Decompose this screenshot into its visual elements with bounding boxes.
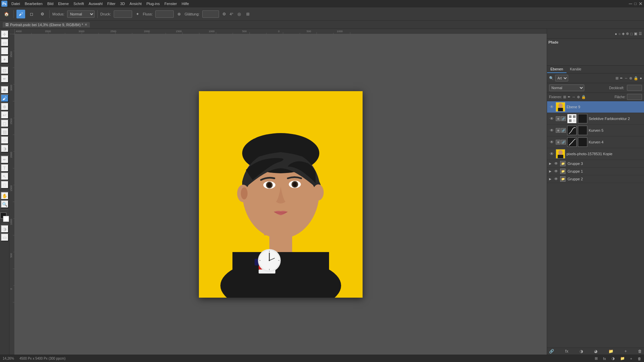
eyedropper-tool[interactable]: ✒ xyxy=(1,75,9,83)
blend-mode-select[interactable]: Normal xyxy=(549,84,584,91)
airbrush-icon[interactable]: ✦ xyxy=(134,11,141,17)
color-swatches[interactable] xyxy=(0,213,9,222)
status-icon-2[interactable]: fx xyxy=(603,357,606,361)
druck-input[interactable]: 21% xyxy=(114,10,132,18)
home-btn[interactable]: 🏠 xyxy=(2,10,11,18)
layer-item[interactable]: 👁 ⊞ 🔗 Selektive Farbkor xyxy=(547,113,644,125)
background-color[interactable] xyxy=(3,216,9,222)
fix-icon-2[interactable]: ✒ xyxy=(568,95,571,99)
pen-tool[interactable]: ✒ xyxy=(1,156,9,164)
fluss-icon[interactable]: ⊕ xyxy=(176,11,182,17)
layer-eye[interactable]: 👁 xyxy=(549,151,554,157)
gradient-tool[interactable]: ▤ xyxy=(1,128,9,136)
crop-tool[interactable]: ⊡ xyxy=(1,66,9,74)
menu-hilfe[interactable]: Hilfe xyxy=(179,1,191,6)
menu-datei[interactable]: Datei xyxy=(9,1,22,6)
tab-kanaele[interactable]: Kanäle xyxy=(567,66,585,73)
layer-eye[interactable]: 👁 xyxy=(549,116,554,121)
filter-icon-5[interactable]: 🔒 xyxy=(634,76,638,80)
status-icon-5[interactable]: + xyxy=(630,357,632,361)
menu-bild[interactable]: Bild xyxy=(45,1,55,6)
layer-eye[interactable]: 👁 xyxy=(553,161,559,166)
settings-icon[interactable]: ⚙ xyxy=(38,10,47,18)
filter-icon-2[interactable]: ✒ xyxy=(620,76,623,80)
filter-icon-1[interactable]: ⊞ xyxy=(615,76,619,80)
modus-select[interactable]: Normal Auflösen Abdunkeln xyxy=(67,10,95,18)
clone-tool[interactable]: ⊕ xyxy=(1,103,9,111)
gear-icon[interactable]: ⚙ xyxy=(221,11,228,17)
window-minimize[interactable]: ─ xyxy=(629,1,632,6)
menu-3d[interactable]: 3D xyxy=(118,1,127,6)
canvas-container[interactable] xyxy=(15,34,547,355)
layer-item[interactable]: 👁 ⊞ 🔗 Kurven 4 xyxy=(547,136,644,148)
brush-tool-box[interactable]: 🖌 xyxy=(1,94,9,102)
screenmode-tool[interactable]: ▭ xyxy=(1,233,9,241)
panel-icon-4[interactable]: ⊕ xyxy=(626,32,629,36)
layer-eye[interactable]: 👁 xyxy=(549,139,554,145)
hand-tool[interactable]: ✋ xyxy=(1,192,9,200)
panel-icon-5[interactable]: □ xyxy=(630,32,633,36)
file-tab[interactable]: 🖼 Portrait.psdc bei 14,3% (Ebene 9, RGB/… xyxy=(3,22,90,27)
layer-eye[interactable]: 👁 xyxy=(549,104,554,110)
menu-fenster[interactable]: Fenster xyxy=(162,1,179,6)
symmetry-icon[interactable]: ⊞ xyxy=(245,11,251,17)
tab-ebenen[interactable]: Ebenen xyxy=(547,66,567,73)
shape-tool[interactable]: □ xyxy=(1,181,9,189)
window-maximize[interactable]: □ xyxy=(634,1,637,6)
layer-group-item[interactable]: ▶ 👁 📁 Gruppe 3 xyxy=(547,160,644,168)
delete-layer-icon[interactable]: 🗑 xyxy=(638,349,642,354)
blur-tool[interactable]: ○ xyxy=(1,136,9,144)
add-fx-icon[interactable]: fx xyxy=(565,349,568,354)
pressure-icon[interactable]: ◎ xyxy=(236,11,243,17)
panel-icon-7[interactable]: ☰ xyxy=(639,32,642,36)
fix-icon-3[interactable]: ↔ xyxy=(572,95,576,99)
path-select-tool[interactable]: ↖ xyxy=(1,172,9,180)
file-tab-close[interactable]: ✕ xyxy=(85,23,87,26)
panel-icon-1[interactable]: ● xyxy=(615,32,617,36)
glaettung-input[interactable]: 0% xyxy=(202,10,219,18)
lasso-tool[interactable]: ⌒ xyxy=(1,47,9,55)
status-icon-4[interactable]: 📁 xyxy=(620,356,625,361)
menu-bearbeiten[interactable]: Bearbeiten xyxy=(23,1,45,6)
window-close[interactable]: ✕ xyxy=(639,1,643,6)
filter-icon-4[interactable]: ⊕ xyxy=(629,76,632,80)
zoom-tool[interactable]: 🔍 xyxy=(1,200,9,208)
heal-tool[interactable]: ✱ xyxy=(1,86,9,94)
link-layers-icon[interactable]: 🔗 xyxy=(549,349,554,354)
move-tool[interactable]: ✛ xyxy=(1,30,9,38)
text-tool[interactable]: T xyxy=(1,164,9,172)
layer-eye[interactable]: 👁 xyxy=(549,128,554,133)
panel-icon-6[interactable]: ▣ xyxy=(634,32,637,36)
panel-icon-2[interactable]: ○ xyxy=(619,32,621,36)
eraser-tool[interactable]: ◻ xyxy=(27,10,36,18)
menu-auswahl[interactable]: Auswahl xyxy=(87,1,105,6)
eraser-tool-box[interactable]: ◻ xyxy=(1,119,9,127)
add-group-icon[interactable]: 📁 xyxy=(608,349,613,354)
menu-ebene[interactable]: Ebene xyxy=(56,1,71,6)
layer-group-item[interactable]: ▶ 👁 📁 Gruppe 1 xyxy=(547,168,644,175)
fix-icon-4[interactable]: ⊕ xyxy=(577,95,580,99)
history-tool[interactable]: ↩ xyxy=(1,111,9,119)
layer-filter-select[interactable]: Art xyxy=(555,75,568,81)
magic-wand-tool[interactable]: ✦ xyxy=(1,55,9,63)
layer-item[interactable]: 👁 pixels-photo-1578531 Kopie xyxy=(547,148,644,160)
layer-group-item[interactable]: ▶ 👁 📁 Gruppe 2 xyxy=(547,175,644,183)
add-layer-icon[interactable]: + xyxy=(625,349,627,354)
layer-eye[interactable]: 👁 xyxy=(553,169,559,174)
fix-icon-1[interactable]: ⊞ xyxy=(563,95,566,99)
menu-ansicht[interactable]: Ansicht xyxy=(127,1,144,6)
brush-tool[interactable]: 🖌 xyxy=(16,10,25,18)
status-icon-6[interactable]: 🗑 xyxy=(638,357,641,361)
deckkraft-input[interactable]: 100% xyxy=(627,85,642,91)
layer-item[interactable]: 👁 ⊞ 🔗 Kurven 5 xyxy=(547,125,644,136)
flaeche-input[interactable]: 100% xyxy=(627,94,642,100)
menu-plugins[interactable]: Plug-ins xyxy=(144,1,162,6)
filter-icon-3[interactable]: ↔ xyxy=(624,76,628,80)
panel-icon-3[interactable]: ◈ xyxy=(622,32,625,36)
quickmask-tool[interactable]: ◑ xyxy=(1,225,9,233)
add-adjustment-icon[interactable]: ◕ xyxy=(594,349,597,354)
status-icon-1[interactable]: ⊞ xyxy=(595,356,598,361)
layer-item[interactable]: 👁 Ebene 9 xyxy=(547,101,644,113)
menu-schrift[interactable]: Schrift xyxy=(71,1,86,6)
add-mask-icon[interactable]: ◑ xyxy=(580,349,583,354)
